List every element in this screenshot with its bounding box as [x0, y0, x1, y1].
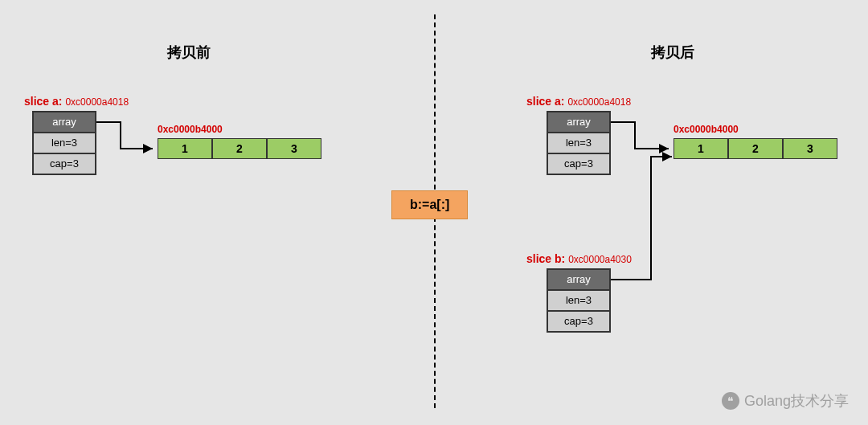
- array-addr-right: 0xc0000b4000: [674, 124, 739, 135]
- watermark-text: Golang技术分享: [744, 391, 849, 411]
- title-after: 拷贝后: [651, 43, 694, 62]
- arrow-b-to-array-right: [611, 157, 683, 285]
- slice-a-label-left: slice a: 0xc0000a4018: [24, 95, 129, 108]
- arrow-a-to-array-left: [96, 121, 161, 153]
- struct-len-cell: len=3: [547, 133, 610, 153]
- struct-len-cell: len=3: [33, 133, 96, 153]
- array-cell: 3: [783, 138, 837, 159]
- struct-array-cell: array: [547, 269, 610, 290]
- backing-array-left: 1 2 3: [158, 138, 321, 159]
- slice-a-name: slice a: [24, 95, 59, 108]
- struct-len-cell: len=3: [547, 290, 610, 311]
- struct-cap-cell: cap=3: [33, 153, 96, 174]
- array-addr-left: 0xc0000b4000: [158, 124, 223, 135]
- backing-array-right: 1 2 3: [674, 138, 837, 159]
- slice-a-label-right: slice a: 0xc0000a4018: [526, 95, 631, 108]
- arrow-a-to-array-right: [611, 121, 675, 153]
- struct-cap-cell: cap=3: [547, 311, 610, 332]
- slice-b-struct-right: array len=3 cap=3: [547, 268, 611, 333]
- array-cell: 1: [158, 138, 212, 159]
- slice-a-struct-left: array len=3 cap=3: [32, 111, 96, 175]
- slice-a-addr: 0xc0000a4018: [567, 96, 631, 108]
- array-cell: 2: [728, 138, 783, 159]
- slice-a-struct-right: array len=3 cap=3: [547, 111, 611, 175]
- watermark: ❝ Golang技术分享: [722, 391, 849, 411]
- struct-array-cell: array: [33, 112, 96, 133]
- slice-a-name: slice a: [526, 95, 561, 108]
- slice-a-addr: 0xc0000a4018: [65, 96, 129, 108]
- struct-cap-cell: cap=3: [547, 153, 610, 174]
- wechat-icon: ❝: [722, 392, 739, 410]
- code-expression: b:=a[:]: [391, 190, 468, 219]
- struct-array-cell: array: [547, 112, 610, 133]
- title-before: 拷贝前: [167, 43, 211, 62]
- array-cell: 2: [212, 138, 267, 159]
- array-cell: 3: [267, 138, 321, 159]
- slice-b-name: slice b: [526, 252, 562, 265]
